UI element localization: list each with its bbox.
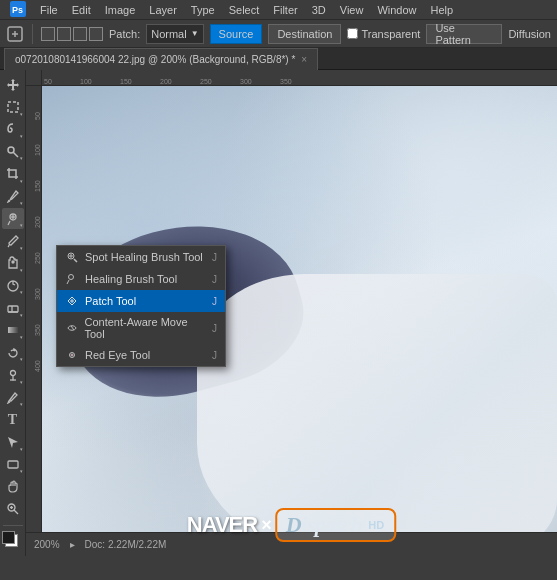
tool-type[interactable]: T bbox=[2, 409, 24, 430]
mode-dropdown[interactable]: Normal ▼ bbox=[146, 24, 203, 44]
svg-point-25 bbox=[69, 275, 74, 280]
color-chips[interactable] bbox=[2, 531, 24, 552]
status-separator: ▸ bbox=[70, 539, 75, 550]
context-menu: Spot Healing Brush Tool J Healing Brush … bbox=[56, 245, 226, 367]
tool-quick-select[interactable]: ▾ bbox=[2, 141, 24, 162]
dispatch-box: Dispatch HD bbox=[276, 508, 397, 542]
menu-help[interactable]: Help bbox=[425, 2, 460, 18]
cross-separator: × bbox=[261, 515, 272, 536]
icon-normal[interactable] bbox=[41, 27, 55, 41]
tool-eyedropper[interactable]: ▾ bbox=[2, 186, 24, 207]
separator bbox=[32, 24, 33, 44]
patch-label: Patch: bbox=[109, 28, 140, 40]
file-tab[interactable]: o07201080141966004 22.jpg @ 200% (Backgr… bbox=[4, 48, 318, 70]
tool-clone[interactable]: ▾ bbox=[2, 253, 24, 274]
ruler-top: 50 100 150 200 250 300 350 bbox=[42, 70, 557, 86]
red-eye-icon bbox=[65, 348, 79, 362]
menu-ps[interactable]: Ps bbox=[4, 0, 32, 21]
tool-marquee[interactable]: ▾ bbox=[2, 96, 24, 117]
menu-window[interactable]: Window bbox=[371, 2, 422, 18]
tool-crop[interactable]: ▾ bbox=[2, 163, 24, 184]
svg-text:Ps: Ps bbox=[12, 5, 23, 15]
tool-eraser[interactable]: ▾ bbox=[2, 297, 24, 318]
content-aware-icon bbox=[65, 321, 78, 335]
hd-badge: HD bbox=[368, 519, 384, 531]
fg-color bbox=[2, 531, 15, 544]
tool-blur[interactable]: ▾ bbox=[2, 342, 24, 363]
canvas-area: 50 100 150 200 250 300 350 50 100 150 20… bbox=[26, 70, 557, 556]
svg-rect-17 bbox=[8, 461, 18, 468]
menu-file[interactable]: File bbox=[34, 2, 64, 18]
ctx-patch-label: Patch Tool bbox=[85, 295, 136, 307]
patch-icon bbox=[65, 294, 79, 308]
ctx-spot-healing-shortcut: J bbox=[212, 252, 217, 263]
dropdown-arrow: ▼ bbox=[191, 29, 199, 38]
svg-line-29 bbox=[71, 326, 74, 330]
transparent-checkbox-label[interactable]: Transparent bbox=[347, 28, 420, 40]
mode-icons bbox=[41, 27, 103, 41]
menu-bar: Ps File Edit Image Layer Type Select Fil… bbox=[0, 0, 557, 20]
ctx-patch-shortcut: J bbox=[212, 296, 217, 307]
tool-gradient[interactable]: ▾ bbox=[2, 320, 24, 341]
svg-line-7 bbox=[13, 152, 18, 157]
icon-alt[interactable] bbox=[57, 27, 71, 41]
icon-alt3[interactable] bbox=[89, 27, 103, 41]
svg-point-16 bbox=[10, 370, 15, 375]
ctx-spot-healing-label: Spot Healing Brush Tool bbox=[85, 251, 203, 263]
ctx-red-eye[interactable]: Red Eye Tool J bbox=[57, 344, 225, 366]
options-bar: Patch: Normal ▼ Source Destination Trans… bbox=[0, 20, 557, 48]
menu-view[interactable]: View bbox=[334, 2, 370, 18]
doc-info: Doc: 2.22M/2.22M bbox=[85, 539, 167, 550]
ctx-content-aware[interactable]: Content-Aware Move Tool J bbox=[57, 312, 225, 344]
destination-btn[interactable]: Destination bbox=[268, 24, 341, 44]
ctx-content-aware-shortcut: J bbox=[212, 323, 217, 334]
tool-lasso[interactable]: ▾ bbox=[2, 119, 24, 140]
ctx-content-aware-label: Content-Aware Move Tool bbox=[84, 316, 206, 340]
svg-point-31 bbox=[71, 354, 73, 356]
tool-healing[interactable]: ▾ bbox=[2, 208, 24, 229]
tool-icon bbox=[6, 25, 24, 43]
spot-healing-icon bbox=[65, 250, 79, 264]
toolbar-divider bbox=[3, 525, 23, 526]
source-btn[interactable]: Source bbox=[210, 24, 263, 44]
watermark: NAVER × Dispatch HD bbox=[187, 508, 396, 542]
tool-move[interactable] bbox=[2, 74, 24, 95]
tool-dodge[interactable]: ▾ bbox=[2, 364, 24, 385]
transparent-checkbox[interactable] bbox=[347, 28, 358, 39]
menu-filter[interactable]: Filter bbox=[267, 2, 303, 18]
tool-history-brush[interactable]: ▾ bbox=[2, 275, 24, 296]
menu-edit[interactable]: Edit bbox=[66, 2, 97, 18]
tool-brush[interactable]: ▾ bbox=[2, 230, 24, 251]
diffusion-label: Diffusion bbox=[508, 28, 551, 40]
menu-select[interactable]: Select bbox=[223, 2, 266, 18]
svg-rect-5 bbox=[8, 102, 18, 112]
file-tab-close[interactable]: × bbox=[301, 54, 307, 65]
menu-type[interactable]: Type bbox=[185, 2, 221, 18]
ctx-spot-healing[interactable]: Spot Healing Brush Tool J bbox=[57, 246, 225, 268]
tool-hand[interactable] bbox=[2, 476, 24, 497]
workspace: ▾ ▾ ▾ ▾ ▾ ▾ ▾ bbox=[0, 70, 557, 556]
ctx-patch[interactable]: Patch Tool J bbox=[57, 290, 225, 312]
naver-logo: NAVER bbox=[187, 512, 257, 538]
dispatch-logo: Dispatch bbox=[286, 512, 363, 538]
menu-layer[interactable]: Layer bbox=[143, 2, 183, 18]
tool-shape[interactable]: ▾ bbox=[2, 454, 24, 475]
ctx-healing[interactable]: Healing Brush Tool J bbox=[57, 268, 225, 290]
ruler-corner bbox=[26, 70, 42, 86]
menu-image[interactable]: Image bbox=[99, 2, 142, 18]
tool-pen[interactable]: ▾ bbox=[2, 387, 24, 408]
healing-icon bbox=[65, 272, 79, 286]
tool-zoom[interactable] bbox=[2, 498, 24, 519]
tool-path-select[interactable]: ▾ bbox=[2, 431, 24, 452]
tab-bar: o07201080141966004 22.jpg @ 200% (Backgr… bbox=[0, 48, 557, 70]
svg-point-11 bbox=[12, 261, 14, 263]
svg-line-19 bbox=[14, 510, 18, 514]
icon-alt2[interactable] bbox=[73, 27, 87, 41]
ctx-red-eye-shortcut: J bbox=[212, 350, 217, 361]
toolbar: ▾ ▾ ▾ ▾ ▾ ▾ ▾ bbox=[0, 70, 26, 556]
ctx-healing-label: Healing Brush Tool bbox=[85, 273, 177, 285]
ctx-red-eye-label: Red Eye Tool bbox=[85, 349, 150, 361]
use-pattern-btn[interactable]: Use Pattern bbox=[426, 24, 502, 44]
ruler-left: 50 100 150 200 250 300 350 400 bbox=[26, 86, 42, 556]
menu-3d[interactable]: 3D bbox=[306, 2, 332, 18]
